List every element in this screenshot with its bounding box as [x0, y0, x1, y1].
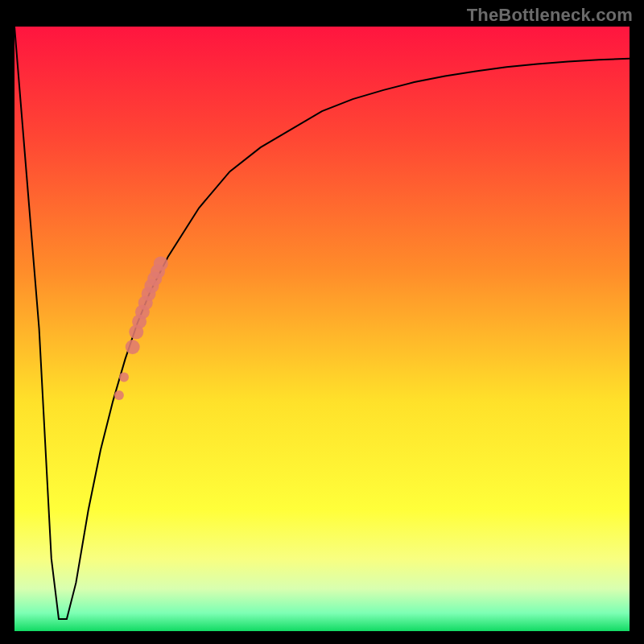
data-marker	[126, 340, 140, 354]
gradient-background	[14, 27, 630, 631]
watermark-label: TheBottleneck.com	[467, 5, 633, 26]
data-marker	[119, 373, 129, 382]
plot-area	[14, 27, 630, 631]
chart-frame: TheBottleneck.com	[0, 0, 644, 644]
plot-svg	[14, 27, 630, 631]
data-marker	[154, 256, 168, 270]
data-marker	[114, 390, 124, 400]
